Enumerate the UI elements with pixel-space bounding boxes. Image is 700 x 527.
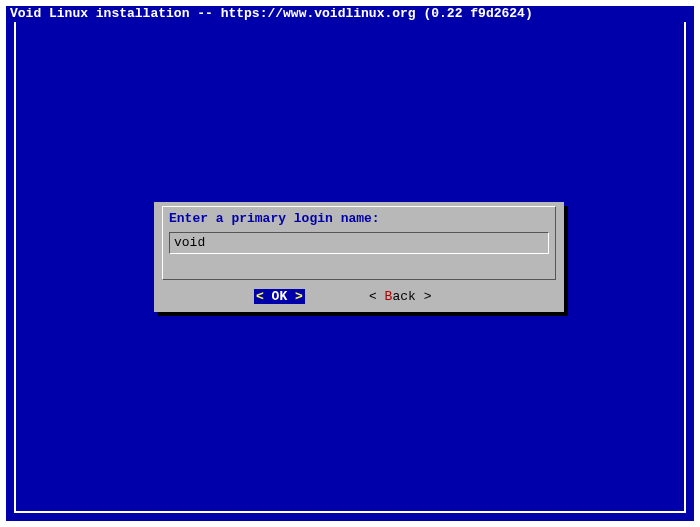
back-button[interactable]: < Back > xyxy=(369,289,431,304)
chevron-left-icon: < xyxy=(256,289,264,304)
back-label-rest: ack xyxy=(392,289,423,304)
login-name-dialog: Enter a primary login name: void < OK > … xyxy=(154,202,564,312)
ok-label: OK xyxy=(264,289,295,304)
login-name-value: void xyxy=(170,233,548,253)
installer-screen: Void Linux installation -- https://www.v… xyxy=(6,6,694,521)
dialog-content: Enter a primary login name: void xyxy=(162,206,556,280)
chevron-left-icon: < xyxy=(369,289,385,304)
chevron-right-icon: > xyxy=(295,289,303,304)
ok-button[interactable]: < OK > xyxy=(254,289,305,304)
login-name-input[interactable]: void xyxy=(169,232,549,254)
window-title: Void Linux installation -- https://www.v… xyxy=(6,6,694,22)
chevron-right-icon: > xyxy=(424,289,432,304)
prompt-label: Enter a primary login name: xyxy=(163,207,555,232)
button-row: < OK > < Back > xyxy=(154,286,564,306)
